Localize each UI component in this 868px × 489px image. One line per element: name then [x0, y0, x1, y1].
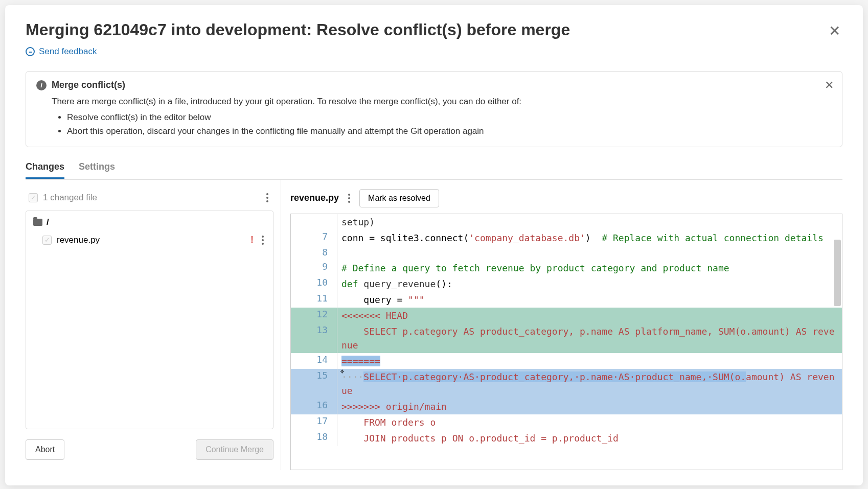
code-line[interactable]: 13 SELECT p.category AS product_category…	[291, 323, 842, 353]
line-number: 15	[291, 369, 337, 399]
editor-head: revenue.py Mark as resolved	[290, 186, 842, 214]
code-text[interactable]: setup)	[337, 214, 842, 230]
code-line[interactable]: 9# Define a query to fetch revenue by pr…	[291, 260, 842, 276]
conflict-indicator-icon: !	[250, 235, 254, 245]
file-sidebar: 1 changed file / revenue.py !	[26, 180, 281, 470]
code-line[interactable]: 10def query_revenue():	[291, 276, 842, 292]
line-number: 7	[291, 230, 337, 246]
tree-root[interactable]: /	[26, 214, 273, 230]
code-text[interactable]: ····SELECT·p.category·AS·product_categor…	[337, 369, 842, 399]
close-button[interactable]: ✕	[827, 20, 842, 41]
code-line[interactable]: 8	[291, 246, 842, 260]
changed-files-count: 1 changed file	[43, 193, 97, 203]
code-line[interactable]: 16>>>>>>> origin/main	[291, 399, 842, 414]
code-text[interactable]: query = """	[337, 292, 842, 308]
file-kebab-menu[interactable]	[260, 234, 266, 247]
alert-bullet: Abort this operation, discard your chang…	[67, 124, 832, 138]
file-checkbox[interactable]	[42, 236, 52, 245]
code-text[interactable]: =======	[337, 353, 842, 369]
folder-icon	[33, 219, 42, 226]
line-number: 13	[291, 323, 337, 353]
line-number: 10	[291, 276, 337, 292]
close-icon: ✕	[825, 79, 834, 91]
sidebar-kebab-menu[interactable]	[264, 191, 270, 204]
alert-header: i Merge conflict(s)	[36, 80, 832, 90]
file-name-label: revenue.py	[57, 235, 100, 245]
code-text[interactable]: def query_revenue():	[337, 276, 842, 292]
sidebar-head: 1 changed file	[26, 186, 273, 211]
tab-changes[interactable]: Changes	[26, 161, 64, 179]
modal-title: Merging 621049c7 into development: Resol…	[26, 20, 570, 39]
line-number: 18	[291, 430, 337, 446]
code-editor[interactable]: ⌖ setup)7conn = sqlite3.connect('company…	[290, 214, 842, 470]
code-text[interactable]: <<<<<<< HEAD	[337, 308, 842, 323]
line-number	[291, 214, 337, 230]
code-text[interactable]: >>>>>>> origin/main	[337, 399, 842, 414]
sidebar-footer: Abort Continue Merge	[26, 429, 273, 470]
code-text[interactable]	[337, 246, 842, 260]
file-item-revenue-py[interactable]: revenue.py !	[26, 230, 273, 250]
mark-as-resolved-button[interactable]: Mark as resolved	[359, 189, 439, 207]
code-line[interactable]: 7conn = sqlite3.connect('company_databas…	[291, 230, 842, 246]
send-feedback-link[interactable]: Send feedback	[26, 46, 842, 57]
info-icon: i	[36, 80, 47, 90]
alert-body: There are merge conflict(s) in a file, i…	[52, 95, 832, 138]
code-line[interactable]: 15····SELECT·p.category·AS·product_categ…	[291, 369, 842, 399]
code-text[interactable]: SELECT p.category AS product_category, p…	[337, 323, 842, 353]
merge-conflict-modal: Merging 621049c7 into development: Resol…	[5, 5, 863, 485]
line-number: 14	[291, 353, 337, 369]
alert-bullet: Resolve conflict(s) in the editor below	[67, 110, 832, 124]
close-icon: ✕	[829, 23, 840, 39]
line-number: 11	[291, 292, 337, 308]
file-tree: / revenue.py !	[26, 211, 273, 429]
code-line[interactable]: 12<<<<<<< HEAD	[291, 308, 842, 323]
code-line[interactable]: 11 query = """	[291, 292, 842, 308]
main-area: 1 changed file / revenue.py !	[26, 179, 842, 470]
editor-scrollbar[interactable]	[834, 240, 841, 306]
alert-close-button[interactable]: ✕	[825, 79, 834, 92]
alert-description: There are merge conflict(s) in a file, i…	[52, 95, 832, 108]
line-number: 12	[291, 308, 337, 323]
code-line[interactable]: 14=======	[291, 353, 842, 369]
code-line[interactable]: setup)	[291, 214, 842, 230]
code-text[interactable]: FROM orders o	[337, 414, 842, 430]
chat-icon	[26, 47, 35, 56]
line-number: 16	[291, 399, 337, 414]
alert-title: Merge conflict(s)	[52, 80, 125, 90]
modal-header: Merging 621049c7 into development: Resol…	[26, 20, 842, 41]
editor-area: revenue.py Mark as resolved ⌖ setup)7con…	[281, 180, 842, 470]
code-line[interactable]: 18 JOIN products p ON o.product_id = p.p…	[291, 430, 842, 446]
code-text[interactable]: JOIN products p ON o.product_id = p.prod…	[337, 430, 842, 446]
tabs: Changes Settings	[26, 161, 842, 179]
line-number: 9	[291, 260, 337, 276]
abort-button[interactable]: Abort	[26, 439, 64, 460]
code-text[interactable]: # Define a query to fetch revenue by pro…	[337, 260, 842, 276]
merge-conflict-alert: ✕ i Merge conflict(s) There are merge co…	[26, 71, 842, 147]
code-text[interactable]: conn = sqlite3.connect('company_database…	[337, 230, 842, 246]
tab-settings[interactable]: Settings	[79, 161, 115, 179]
editor-kebab-menu[interactable]	[346, 192, 352, 205]
line-number: 8	[291, 246, 337, 260]
select-all-checkbox[interactable]	[29, 193, 38, 202]
continue-merge-button: Continue Merge	[196, 439, 273, 460]
editor-filename: revenue.py	[290, 193, 339, 203]
line-number: 17	[291, 414, 337, 430]
feedback-label: Send feedback	[39, 46, 97, 57]
code-line[interactable]: 17 FROM orders o	[291, 414, 842, 430]
root-path: /	[47, 217, 49, 227]
